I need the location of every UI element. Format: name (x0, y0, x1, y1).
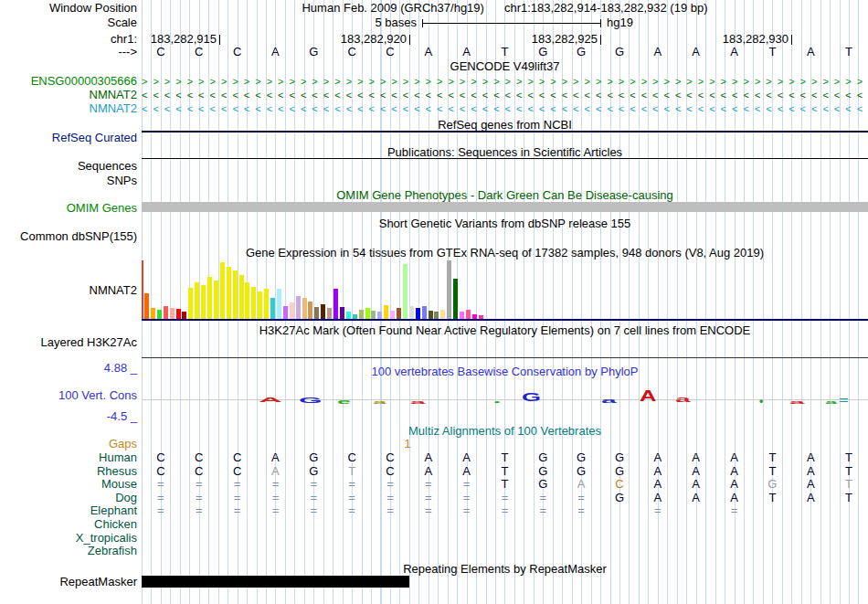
omim-header[interactable]: OMIM Gene Phenotypes - Dark Green Can Be… (142, 189, 868, 202)
gtex-tissue-bar (245, 282, 249, 319)
snps-label[interactable]: SNPs (0, 175, 137, 187)
gene-track-nmnat2[interactable]: <<<<<<<<<<<<<<<<<<<<<<<<<<<<<<<<<<<<<<<<… (142, 89, 868, 102)
alignment-base: = (294, 492, 333, 504)
publications-track-line[interactable] (142, 158, 868, 159)
alignment-base: = (180, 492, 218, 504)
alignment-base: A (448, 465, 486, 478)
h3k27ac-header[interactable]: H3K27Ac Mark (Often Found Near Active Re… (142, 324, 868, 337)
repeatmasker-bar[interactable] (142, 576, 409, 588)
alignment-base: A (448, 451, 486, 464)
dbsnp-label[interactable]: Common dbSNP(155) (0, 230, 137, 243)
gene-label-ensg[interactable]: ENSG00000305666 (0, 75, 137, 88)
omim-genes-label[interactable]: OMIM Genes (0, 202, 137, 215)
gtex-tissue-bar (157, 310, 162, 319)
alignment-base: A (677, 451, 715, 464)
alignment-base: = (486, 504, 524, 517)
phylop-glyphs[interactable]: AGeaa-GaAa•aa= (142, 384, 868, 417)
alignment-base: = (448, 478, 486, 491)
alignment-base: A (791, 465, 830, 478)
phylop-wiggle-mark: G (299, 396, 323, 403)
publications-header[interactable]: Publications: Sequences in Scientific Ar… (142, 146, 868, 159)
alignment-base: = (218, 504, 257, 517)
alignment-base: T (753, 492, 791, 504)
gtex-tissue-bar (207, 277, 212, 319)
gtex-tissue-bar (233, 270, 238, 319)
alignment-base: C (180, 465, 218, 478)
ruler-tick-label: 183,282,920 (341, 33, 407, 46)
dbsnp-header[interactable]: Short Genetic Variants from dbSNP releas… (142, 217, 868, 230)
alignment-base: = (333, 478, 371, 491)
alignment-base: = (562, 504, 600, 517)
gene-track-ensg[interactable]: >>>>>>>>>>>>>>>>>>>>>>>>>>>>>>>>>>>>>>>>… (142, 75, 868, 89)
h3k27ac-label[interactable]: Layered H3K27Ac (0, 336, 137, 349)
alignment-base: T (830, 492, 868, 504)
gtex-chart[interactable] (142, 255, 868, 319)
gencode-header[interactable]: GENCODE V49lift37 (142, 60, 868, 73)
species-label[interactable]: Human (0, 451, 137, 464)
alignment-base: T (830, 478, 868, 491)
base-letter: C (142, 46, 180, 58)
alignment-base: = (371, 478, 409, 491)
gtex-tissue-bar (434, 312, 439, 319)
species-label[interactable]: Dog (0, 492, 137, 504)
ruler-tick-label: 183,282,930 (723, 33, 789, 46)
gtex-tissue-bar (308, 302, 312, 319)
alignment-base: A (409, 465, 448, 478)
omim-track-bar[interactable] (142, 202, 868, 212)
alignment-base: T (333, 465, 371, 478)
gtex-tissue-bar (327, 308, 332, 319)
alignment-base: = (294, 478, 333, 491)
h3k27ac-baseline (142, 357, 868, 358)
refseq-curated-label[interactable]: RefSeq Curated (0, 132, 137, 144)
species-label[interactable]: Zebrafish (0, 545, 137, 557)
species-label[interactable]: Mouse (0, 478, 137, 491)
phylop-header[interactable]: 100 vertebrates Basewise Conservation by… (142, 366, 868, 378)
gtex-gene-label[interactable]: NMNAT2 (0, 284, 137, 297)
scale-value: 5 bases (142, 16, 417, 29)
gtex-tissue-bar (453, 279, 458, 319)
alignment-base: A (639, 465, 677, 478)
species-label[interactable]: Elephant (0, 504, 137, 517)
alignment-base: G (753, 478, 791, 491)
ruler-tick-label: 183,282,925 (532, 33, 598, 46)
alignment-base: C (142, 465, 180, 478)
refseq-track-line[interactable] (142, 131, 868, 132)
gene-label-nmnat2-alt[interactable]: NMNAT2 (0, 102, 137, 115)
phylop-track-label[interactable]: 100 Vert. Cons (0, 389, 137, 402)
alignment-base: C (371, 451, 409, 464)
gtex-tissue-bar (390, 311, 395, 319)
gtex-tissue-bar (251, 287, 256, 319)
alignment-base: A (715, 478, 754, 491)
gtex-tissue-bar (270, 298, 275, 319)
multiz-header[interactable]: Multiz Alignments of 100 Vertebrates (142, 425, 868, 438)
alignment-base: G (294, 451, 333, 464)
repeatmasker-header[interactable]: Repeating Elements by RepeatMasker (142, 563, 868, 576)
alignment-base: = (448, 504, 486, 517)
species-label[interactable]: Rhesus (0, 465, 137, 478)
phylop-wiggle-mark: a (601, 397, 617, 405)
alignment-base: A (639, 478, 677, 491)
alignment-base: C (142, 451, 180, 464)
alignment-base: C (333, 451, 371, 464)
repeatmasker-label[interactable]: RepeatMasker (0, 576, 137, 588)
base-letter: A (677, 46, 715, 58)
alignment-base: G (524, 451, 562, 464)
gtex-baseline (142, 319, 868, 321)
gene-label-nmnat2[interactable]: NMNAT2 (0, 89, 137, 101)
base-letter: C (180, 46, 218, 58)
sequences-label[interactable]: Sequences (0, 160, 137, 173)
species-label[interactable]: Chicken (0, 518, 137, 531)
gaps-label[interactable]: Gaps (0, 438, 137, 450)
alignment-base: A (715, 465, 754, 478)
alignment-base: C (371, 465, 409, 478)
refseq-header[interactable]: RefSeq genes from NCBI (142, 119, 868, 132)
gtex-tissue-bar (321, 304, 325, 319)
species-label[interactable]: X_tropicalis (0, 532, 137, 545)
alignment-base: = (142, 504, 180, 517)
alignment-base: = (294, 504, 333, 517)
alignment-base: = (448, 492, 486, 504)
alignment-base: G (294, 465, 333, 478)
chrom-label: chr1: (0, 33, 137, 46)
gtex-tissue-bar (176, 309, 181, 319)
gene-track-nmnat2-alt[interactable]: <<<<<<<<<<<<<<<<<<<<<<<<<<<<<<<<<<<<<<<<… (142, 102, 868, 116)
